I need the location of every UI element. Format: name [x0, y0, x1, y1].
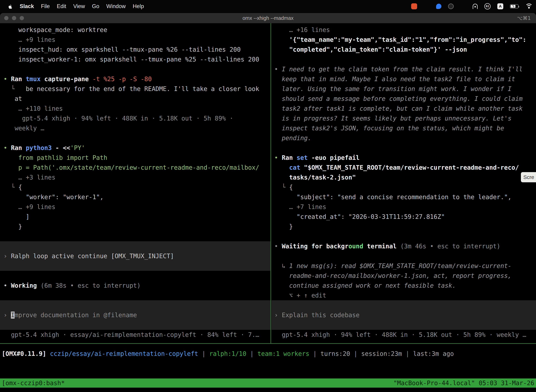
terminal-line — [272, 320, 536, 330]
window-title: omx --xhigh --madmax — [243, 15, 293, 21]
terminal-line: … +3 lines — [4, 173, 270, 182]
ghost-icon[interactable] — [473, 4, 478, 9]
menu-help[interactable]: Help — [133, 3, 144, 9]
terminal-line: "subject": "send a concise recommendatio… — [274, 192, 536, 202]
text-segment: is in progress? It seems likely but perh… — [274, 115, 512, 122]
text-segment: task2 after task1 is complete, but can I… — [274, 105, 523, 112]
tmux-pane-right[interactable]: … +16 lines '{"team_name":"my-team","tas… — [272, 25, 536, 341]
terminal-line: keep that in mind. Maybe I also need the… — [274, 74, 536, 84]
text-segment: … +9 lines — [4, 203, 55, 210]
battery-percentage-badge[interactable]: 61 — [484, 3, 491, 9]
terminal-line: … +7 lines — [274, 202, 536, 212]
text-segment: └ — [4, 184, 18, 191]
screen-recording-icon[interactable] — [411, 3, 417, 9]
terminal-window[interactable]: omx --xhigh --madmax ⌥⌘1 workspace_mode:… — [0, 13, 536, 392]
text-segment: … +9 lines — [4, 36, 55, 43]
terminal-line: workspace_mode: worktree — [4, 25, 270, 35]
window-tiles-icon[interactable] — [424, 4, 429, 9]
menu-bar: Slack FileEditViewGoWindowHelp 61 A ϟ — [0, 0, 536, 13]
tmux-status-bar: [omx-cczip0:bash* "MacBook-Pro-44.local"… — [0, 378, 536, 387]
text-segment: ound — [348, 243, 363, 250]
window-title-bar[interactable]: omx --xhigh --madmax ⌥⌘1 — [0, 13, 536, 23]
text-segment: last:3m ago — [413, 350, 454, 357]
text-segment: (3m 46s • esc to interrupt) — [400, 243, 500, 250]
terminal-line: p = Path('.omx/state/team/review-current… — [4, 163, 270, 173]
tmux-pane-left[interactable]: workspace_mode: worktree … +9 lines insp… — [0, 25, 270, 341]
text-segment — [274, 164, 289, 171]
text-segment: └ — [4, 85, 18, 92]
text-segment: "created_at": "2026-03-31T11:59:27.816Z" — [274, 213, 445, 220]
terminal-line: at — [4, 94, 270, 104]
tmux-host-time: "MacBook-Pro-44.local" 05:03 31-Mar-26 — [393, 378, 534, 388]
window-shortcut-hint: ⌥⌘1 — [517, 15, 531, 21]
terminal-line: } — [274, 222, 536, 232]
text-segment: tmux — [26, 75, 44, 83]
terminal-line — [0, 320, 270, 330]
text-segment: • — [4, 282, 11, 289]
terminal-line — [4, 232, 270, 241]
dark-circle-app-icon[interactable] — [448, 4, 454, 9]
prompt-input[interactable]: › Explain this codebase — [272, 310, 536, 320]
terminal-line — [274, 54, 536, 64]
terminal-line: from pathlib import Path — [4, 153, 270, 163]
menu-view[interactable]: View — [73, 3, 85, 9]
active-app-menu[interactable]: Slack — [20, 3, 34, 9]
text-segment: • — [274, 243, 282, 250]
battery-percent-text: 61 — [486, 5, 489, 8]
text-segment: } — [4, 223, 22, 230]
pane-divider-vertical — [270, 23, 271, 343]
text-segment: … +7 lines — [274, 203, 326, 210]
text-segment: at — [4, 95, 22, 102]
terminal-line: • Working (6m 38s • esc to interrupt) — [4, 281, 270, 290]
menu-file[interactable]: File — [41, 3, 50, 9]
menu-go[interactable]: Go — [92, 3, 99, 9]
text-segment: { — [18, 184, 22, 191]
dots-grid-icon[interactable] — [460, 4, 466, 9]
text-segment: workspace_mode: worktree — [4, 26, 107, 33]
menu-edit[interactable]: Edit — [57, 3, 66, 9]
text-segment: gpt-5.4 xhigh · 94% left · 488K in · 5.1… — [4, 115, 233, 122]
terminal-line: • Waiting for background terminal (3m 46… — [274, 241, 536, 251]
text-segment: Ralph loop active continue [OMX_TMUX_INJ… — [11, 252, 174, 260]
text-segment: '{"team_name":"my-team","task_id":"1","f… — [274, 36, 526, 43]
text-segment: weekly … — [4, 125, 44, 132]
text-segment: Ran — [11, 75, 26, 83]
menu-window[interactable]: Window — [106, 3, 125, 9]
terminal-line: … +9 lines — [4, 35, 270, 45]
zoom-button[interactable] — [20, 16, 24, 20]
terminal-line: • Ran tmux capture-pane -t %25 -p -S -80 — [4, 74, 270, 84]
text-segment: | — [309, 350, 321, 357]
menu-bar-left: Slack FileEditViewGoWindowHelp — [0, 3, 144, 9]
text-segment: "subject": "send a concise recommendatio… — [274, 194, 512, 201]
text-segment: team:1 workers — [258, 350, 309, 357]
text-segment: tasks/task-2.json" — [274, 174, 356, 181]
text-segment: "completed","claim_token":"claim-token"}… — [274, 46, 467, 53]
text-segment: "worker": "worker-1", — [4, 194, 104, 201]
terminal-line: … +9 lines — [4, 202, 270, 212]
blue-app-icon[interactable] — [436, 4, 441, 9]
terminal-content[interactable]: workspace_mode: worktree … +9 lines insp… — [0, 23, 536, 392]
wifi-icon[interactable] — [525, 4, 533, 9]
text-segment: python3 — [26, 144, 55, 151]
text-segment: gpt-5.4 xhigh · 94% left · 488K in · 5.1… — [274, 331, 526, 338]
terminal-line: "created_at": "2026-03-31T11:59:27.816Z" — [274, 212, 536, 222]
text-segment: (6m 38s • esc to interrupt) — [41, 282, 141, 289]
terminal-line: readme-and-reco/mailbox/worker-1.json, a… — [274, 271, 536, 281]
text-segment: cczip/essay/ai-reimplementation-copyleft — [50, 350, 198, 357]
pane-divider-horizontal — [0, 343, 536, 344]
apple-menu-icon[interactable] — [7, 4, 13, 9]
close-button[interactable] — [4, 16, 9, 20]
input-source-icon[interactable]: A — [497, 3, 503, 9]
text-segment: Waiting for backgr — [282, 243, 348, 250]
text-segment: ] — [4, 213, 29, 220]
terminal-line — [0, 241, 270, 251]
prompt-input[interactable]: › Improve documentation in @filename — [0, 310, 270, 320]
terminal-line: pending. — [274, 133, 536, 143]
terminal-line: ] — [4, 212, 270, 222]
battery-icon[interactable]: ϟ — [510, 4, 518, 9]
terminal-line: gpt-5.4 xhigh · essay/ai-reimplementatio… — [4, 330, 270, 340]
minimize-button[interactable] — [12, 16, 16, 20]
text-segment: should send a message before completing … — [274, 95, 523, 102]
terminal-line: is in progress? It seems likely but perh… — [274, 113, 536, 123]
text-segment: 'PY' — [70, 144, 85, 151]
